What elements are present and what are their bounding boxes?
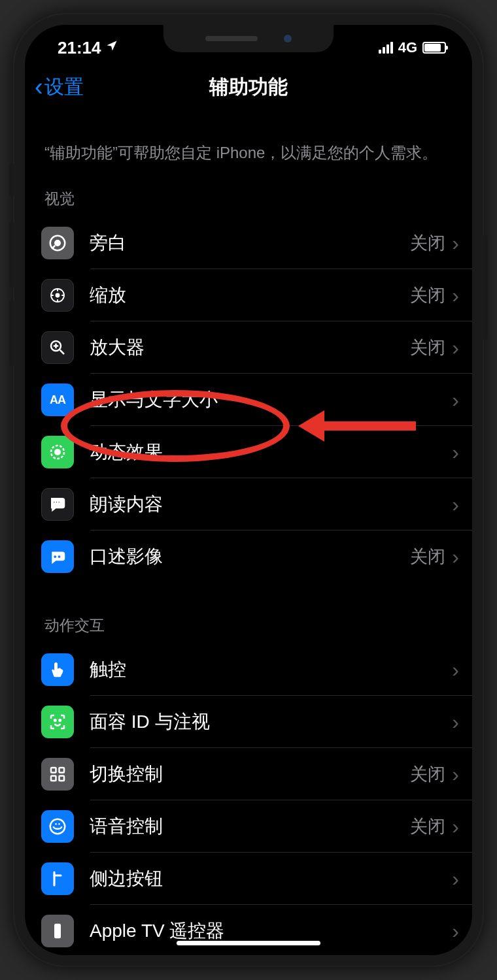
svg-point-10	[54, 719, 56, 721]
row-value: 关闭	[410, 762, 445, 786]
row-label: 面容 ID 与注视	[90, 710, 445, 734]
chevron-right-icon: ›	[452, 762, 459, 787]
row-voice-control[interactable]: 语音控制 关闭 ›	[25, 800, 472, 853]
back-button[interactable]: ‹ 设置	[35, 73, 84, 101]
row-label: 触控	[90, 657, 445, 682]
row-motion[interactable]: 动态效果 ›	[25, 426, 472, 478]
row-label: 显示与文字大小	[90, 387, 445, 412]
audio-descriptions-icon	[41, 540, 74, 573]
switch-control-icon	[41, 758, 74, 791]
phone-frame: 21:14 4G ‹ 设置 辅助功能 “辅助功能”可帮助您自定 iPhone，以…	[13, 13, 484, 967]
chevron-right-icon: ›	[452, 919, 459, 943]
chevron-right-icon: ›	[452, 388, 459, 412]
voice-control-icon	[41, 810, 74, 843]
row-apple-tv-remote[interactable]: Apple TV 遥控器 ›	[25, 905, 472, 955]
mute-switch	[9, 163, 14, 196]
touch-icon	[41, 653, 74, 686]
row-side-button[interactable]: 侧边按钮 ›	[25, 853, 472, 905]
row-label: 切换控制	[90, 762, 410, 787]
svg-rect-14	[51, 776, 56, 781]
row-value: 关闭	[410, 231, 445, 255]
speaker-grille	[205, 36, 258, 41]
svg-point-6	[55, 449, 60, 455]
phone-screen: 21:14 4G ‹ 设置 辅助功能 “辅助功能”可帮助您自定 iPhone，以…	[25, 25, 472, 955]
signal-icon	[379, 42, 393, 54]
spoken-content-icon: ⋯	[41, 488, 74, 521]
chevron-right-icon: ›	[452, 336, 459, 360]
status-time: 21:14	[58, 38, 101, 58]
battery-icon	[422, 42, 446, 54]
row-value: 关闭	[410, 545, 445, 568]
chevron-right-icon: ›	[452, 493, 459, 517]
row-label: 放大器	[90, 335, 410, 360]
motion-icon	[41, 436, 74, 468]
power-button	[483, 235, 488, 340]
side-button-icon	[41, 862, 74, 895]
home-indicator[interactable]	[177, 941, 320, 945]
chevron-right-icon: ›	[452, 815, 459, 839]
page-title: 辅助功能	[209, 74, 288, 101]
row-value: 关闭	[410, 815, 445, 838]
row-label: 口述影像	[90, 544, 410, 569]
chevron-right-icon: ›	[452, 867, 459, 891]
chevron-right-icon: ›	[452, 658, 459, 682]
row-label: 朗读内容	[90, 492, 445, 517]
chevron-left-icon: ‹	[35, 73, 43, 101]
row-magnifier[interactable]: 放大器 关闭 ›	[25, 321, 472, 374]
row-label: 语音控制	[90, 814, 410, 839]
svg-rect-19	[54, 924, 61, 939]
svg-rect-13	[60, 768, 65, 773]
section-header-visual: 视觉	[25, 182, 472, 217]
svg-point-11	[60, 719, 61, 721]
row-value: 关闭	[410, 284, 445, 307]
row-display-text-size[interactable]: AA 显示与文字大小 ›	[25, 374, 472, 426]
row-zoom[interactable]: 缩放 关闭 ›	[25, 269, 472, 321]
row-value: 关闭	[410, 336, 445, 359]
row-label: 缩放	[90, 283, 410, 308]
section-header-motor: 动作交互	[25, 609, 472, 644]
volume-up-button	[9, 222, 14, 287]
navigation-bar: ‹ 设置 辅助功能	[25, 64, 472, 110]
svg-rect-15	[60, 776, 65, 781]
svg-rect-12	[51, 768, 56, 773]
svg-point-9	[58, 555, 61, 558]
svg-point-18	[58, 823, 60, 825]
page-description: “辅助功能”可帮助您自定 iPhone，以满足您的个人需求。	[25, 110, 472, 182]
row-voiceover[interactable]: 旁白 关闭 ›	[25, 217, 472, 269]
volume-down-button	[9, 301, 14, 366]
row-label: 动态效果	[90, 440, 445, 465]
row-face-id-attention[interactable]: 面容 ID 与注视 ›	[25, 696, 472, 748]
svg-point-3	[56, 294, 60, 297]
chevron-right-icon: ›	[452, 545, 459, 569]
back-label: 设置	[44, 74, 84, 101]
notch	[163, 25, 334, 52]
apple-tv-remote-icon	[41, 915, 74, 947]
network-label: 4G	[398, 39, 417, 56]
face-id-icon	[41, 706, 74, 738]
location-icon	[105, 39, 118, 56]
front-camera	[284, 35, 292, 42]
zoom-icon	[41, 279, 74, 312]
chevron-right-icon: ›	[452, 710, 459, 734]
row-label: Apple TV 遥控器	[90, 919, 445, 943]
row-touch[interactable]: 触控 ›	[25, 644, 472, 696]
text-size-icon: AA	[41, 384, 74, 416]
chevron-right-icon: ›	[452, 440, 459, 465]
svg-point-16	[50, 819, 65, 834]
voiceover-icon	[41, 227, 74, 259]
magnifier-icon	[41, 331, 74, 364]
row-switch-control[interactable]: 切换控制 关闭 ›	[25, 748, 472, 800]
svg-point-8	[54, 555, 56, 558]
content-scroll[interactable]: “辅助功能”可帮助您自定 iPhone，以满足您的个人需求。 视觉 旁白 关闭 …	[25, 110, 472, 955]
svg-text:⋯: ⋯	[53, 498, 60, 506]
row-label: 侧边按钮	[90, 866, 445, 891]
chevron-right-icon: ›	[452, 284, 459, 308]
row-label: 旁白	[90, 231, 410, 255]
row-spoken-content[interactable]: ⋯ 朗读内容 ›	[25, 478, 472, 531]
chevron-right-icon: ›	[452, 231, 459, 255]
svg-point-17	[55, 823, 57, 825]
svg-point-1	[55, 240, 60, 246]
row-audio-descriptions[interactable]: 口述影像 关闭 ›	[25, 531, 472, 583]
